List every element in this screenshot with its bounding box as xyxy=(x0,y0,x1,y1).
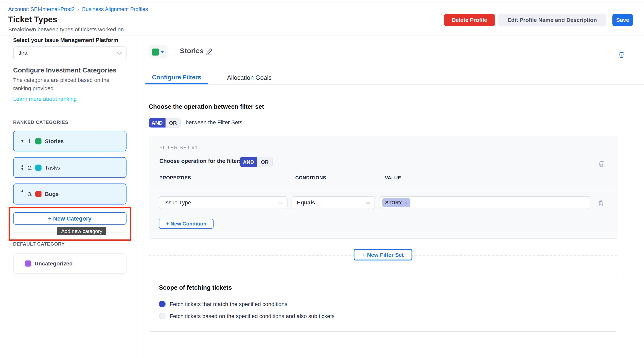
filter-set-operation-toggle[interactable]: AND OR xyxy=(148,118,181,128)
value-chip-story: STORY × xyxy=(382,198,410,207)
category-rank: 3. xyxy=(28,191,33,197)
chevron-down-icon xyxy=(366,200,370,204)
breadcrumb-section-link[interactable]: Business Alignment Profiles xyxy=(82,6,148,12)
category-card-stories[interactable]: ▼ 1. Stories xyxy=(13,131,126,151)
sidebar-divider xyxy=(137,36,137,358)
delete-filter-set-button[interactable] xyxy=(598,160,605,167)
property-select-value: Issue Type xyxy=(164,200,191,206)
learn-more-ranking-link[interactable]: Learn more about ranking xyxy=(13,96,77,102)
app-root: Account: SEI-Internal-Prod2 › Business A… xyxy=(0,0,644,358)
radio-label: Fetch tickets that match the specified c… xyxy=(170,301,288,307)
new-filter-set-button[interactable]: + New Filter Set xyxy=(354,249,412,261)
value-multiselect-input[interactable]: STORY × xyxy=(380,196,590,209)
category-card-tasks[interactable]: ▲▼ 2. Tasks xyxy=(13,157,126,177)
and-toggle-on[interactable]: AND xyxy=(148,118,166,128)
column-header-conditions: CONDITIONS xyxy=(295,175,326,180)
chevron-right-icon: › xyxy=(78,6,79,12)
category-color-swatch xyxy=(36,191,42,197)
edit-profile-button[interactable]: Edit Profile Name and Description xyxy=(498,14,606,26)
scope-option-match[interactable]: Fetch tickets that match the specified c… xyxy=(159,301,288,307)
sort-up-down-icon[interactable]: ▲▼ xyxy=(19,164,25,171)
platform-select-label: Select your Issue Management Platform xyxy=(13,37,118,43)
breadcrumb-account-link[interactable]: Account: SEI-Internal-Prod2 xyxy=(8,6,75,12)
delete-profile-button[interactable]: Delete Profile xyxy=(444,14,495,26)
radio-label: Fetch tickets based on the specified con… xyxy=(170,313,334,319)
default-category-card[interactable]: Uncategorized xyxy=(13,253,126,274)
delete-condition-button[interactable] xyxy=(598,199,605,207)
ranked-categories-label: RANKED CATEGORIES xyxy=(13,120,68,125)
filter-set-divider xyxy=(149,190,617,190)
chevron-down-icon xyxy=(278,200,283,204)
category-rank: 1. xyxy=(28,138,33,144)
filter-set-label: FILTER SET #1 xyxy=(160,145,198,150)
tab-configure-filters[interactable]: Configure Filters xyxy=(146,71,208,84)
category-color-swatch xyxy=(25,261,31,267)
sort-down-icon[interactable]: ▼ xyxy=(19,139,25,143)
or-toggle-off[interactable]: OR xyxy=(257,157,273,167)
tab-allocation-goals[interactable]: Allocation Goals xyxy=(223,71,276,84)
default-category-label: DEFAULT CATEGORY xyxy=(13,241,65,246)
property-select[interactable]: Issue Type xyxy=(159,196,288,209)
column-header-value: VALUE xyxy=(385,175,401,180)
annotation-highlight-box xyxy=(9,207,131,241)
category-color-picker[interactable] xyxy=(148,45,168,59)
category-name: Uncategorized xyxy=(34,261,73,267)
category-name: Tasks xyxy=(45,164,60,170)
category-color-swatch xyxy=(36,138,42,144)
page-subtitle: Breakdown between types of tickets worke… xyxy=(8,26,124,33)
and-toggle-on[interactable]: AND xyxy=(240,157,257,167)
category-name: Stories xyxy=(45,138,64,144)
category-color-swatch xyxy=(36,164,42,170)
scope-option-subtickets[interactable]: Fetch tickets based on the specified con… xyxy=(159,313,334,319)
sort-up-icon[interactable]: ▲ xyxy=(19,189,25,192)
category-name: Bugs xyxy=(45,191,59,197)
category-card-bugs[interactable]: ▲ 3. Bugs xyxy=(13,184,126,205)
trash-icon xyxy=(598,160,605,167)
column-header-properties: PROPERTIES xyxy=(160,175,191,180)
configure-categories-title: Configure Investment Categories xyxy=(13,67,116,74)
edit-category-name-button[interactable] xyxy=(206,47,214,56)
filter-set-card xyxy=(148,136,617,239)
trash-icon xyxy=(598,199,605,207)
caret-down-icon xyxy=(160,51,164,53)
trash-icon xyxy=(618,50,625,59)
configure-categories-description: The categories are placed based on the r… xyxy=(13,76,117,92)
page-header: Account: SEI-Internal-Prod2 › Business A… xyxy=(0,3,644,36)
platform-select-value: Jira xyxy=(18,50,27,56)
radio-unselected-icon[interactable] xyxy=(159,313,166,319)
operation-heading: Choose the operation between filter set xyxy=(148,103,264,110)
filters-operation-label: Choose operation for the filters xyxy=(160,158,242,164)
operation-caption: between the Filter Sets xyxy=(186,119,242,125)
chip-label: STORY xyxy=(385,200,402,205)
breadcrumb: Account: SEI-Internal-Prod2 › Business A… xyxy=(8,6,148,12)
header-divider xyxy=(0,35,644,36)
condition-select-value: Equals xyxy=(297,200,315,206)
chip-remove-icon[interactable]: × xyxy=(404,200,407,205)
tabbar-divider xyxy=(146,84,644,85)
chevron-down-icon xyxy=(117,50,122,54)
or-toggle-off[interactable]: OR xyxy=(166,118,181,128)
save-button[interactable]: Save xyxy=(612,14,633,26)
selected-category-title: Stories xyxy=(180,47,204,55)
scope-heading: Scope of fetching tickets xyxy=(159,284,232,291)
delete-category-button[interactable] xyxy=(618,50,625,59)
page-title: Ticket Types xyxy=(8,15,57,24)
pencil-icon xyxy=(206,47,214,56)
radio-selected-icon[interactable] xyxy=(159,301,166,307)
filters-operation-toggle[interactable]: AND OR xyxy=(240,157,273,167)
platform-select[interactable]: Jira xyxy=(13,47,126,59)
category-rank: 2. xyxy=(28,164,33,170)
condition-select[interactable]: Equals xyxy=(292,196,375,209)
color-swatch-icon xyxy=(152,48,159,55)
new-condition-button[interactable]: + New Condition xyxy=(159,219,214,229)
